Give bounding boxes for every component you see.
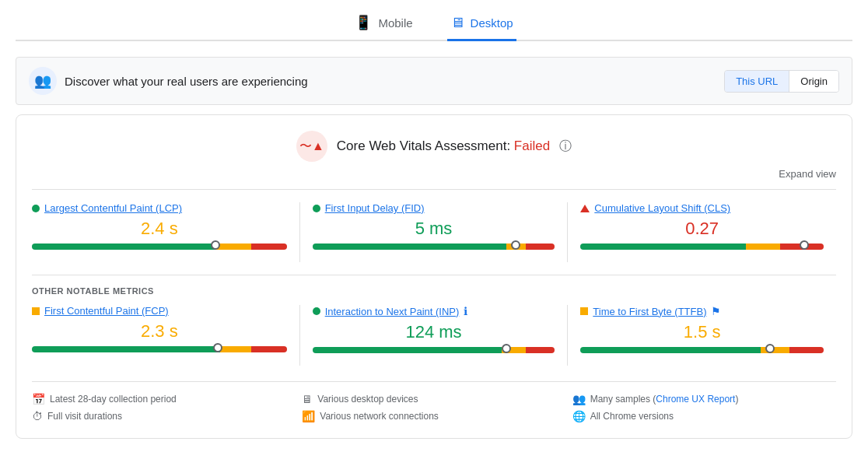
fcp-square-icon — [32, 307, 40, 315]
assessment-header: 〜▲ Core Web Vitals Assessment: Failed ⓘ — [32, 131, 836, 162]
footer-info: 📅 Latest 28-day collection period ⏱ Full… — [32, 381, 836, 422]
visit-durations-text: Full visit durations — [47, 411, 122, 422]
ttfb-flag-icon[interactable]: ⚑ — [711, 305, 721, 317]
origin-button[interactable]: Origin — [789, 71, 838, 92]
footer-col-1: 📅 Latest 28-day collection period ⏱ Full… — [32, 393, 296, 422]
fid-value: 5 ms — [313, 219, 555, 239]
ttfb-marker — [765, 344, 775, 353]
metric-ttfb: Time to First Byte (TTFB) ⚑ 1.5 s — [568, 305, 836, 366]
lcp-value: 2.4 s — [32, 219, 287, 239]
collection-period-text: Latest 28-day collection period — [50, 394, 177, 405]
metric-cls-label: Cumulative Layout Shift (CLS) — [580, 202, 824, 214]
cls-triangle-icon — [580, 205, 590, 212]
metric-fcp-label: First Contentful Paint (FCP) — [32, 305, 287, 317]
desktop-icon: 🖥 — [450, 15, 464, 31]
fcp-link[interactable]: First Contentful Paint (FCP) — [44, 305, 169, 317]
chrome-ux-report-link[interactable]: Chrome UX Report — [656, 394, 735, 405]
inp-dot-icon — [313, 307, 320, 315]
cls-link[interactable]: Cumulative Layout Shift (CLS) — [594, 202, 730, 214]
metric-fid-label: First Input Delay (FID) — [313, 202, 555, 214]
header-buttons: This URL Origin — [724, 70, 839, 93]
fcp-value: 2.3 s — [32, 321, 287, 342]
chrome-ux-text: Many samples (Chrome UX Report) — [590, 394, 739, 405]
metric-inp-label: Interaction to Next Paint (INP) ℹ — [313, 305, 555, 317]
footer-chrome-versions: 🌐 All Chrome versions — [572, 410, 836, 422]
cls-bar — [580, 244, 824, 250]
ttfb-link[interactable]: Time to First Byte (TTFB) — [593, 306, 706, 317]
footer-network-connections: 📶 Various network connections — [302, 410, 565, 422]
assessment-title-prefix: Core Web Vitals Assessment: — [337, 138, 510, 153]
desktop-devices-text: Various desktop devices — [317, 394, 418, 405]
expand-view[interactable]: Expand view — [32, 168, 836, 180]
lcp-link[interactable]: Largest Contentful Paint (LCP) — [44, 202, 182, 214]
metric-cls: Cumulative Layout Shift (CLS) 0.27 — [568, 202, 836, 262]
calendar-icon: 📅 — [32, 393, 45, 405]
lcp-marker — [211, 240, 220, 250]
assessment-failed-icon: 〜▲ — [296, 131, 327, 162]
network-connections-text: Various network connections — [320, 411, 439, 422]
metric-ttfb-label: Time to First Byte (TTFB) ⚑ — [580, 305, 824, 317]
header-title: Discover what your real users are experi… — [65, 75, 308, 88]
core-metrics-grid: Largest Contentful Paint (LCP) 2.4 s Fir… — [32, 189, 836, 262]
metric-lcp: Largest Contentful Paint (LCP) 2.4 s — [32, 202, 300, 262]
cls-marker — [800, 240, 809, 250]
inp-link[interactable]: Interaction to Next Paint (INP) — [325, 306, 460, 317]
header-left: 👥 Discover what your real users are expe… — [29, 67, 308, 95]
ttfb-bar — [580, 347, 824, 353]
tab-desktop[interactable]: 🖥 Desktop — [447, 8, 516, 41]
assessment-status: Failed — [514, 138, 550, 153]
metric-fid: First Input Delay (FID) 5 ms — [300, 202, 569, 262]
mobile-icon: 📱 — [355, 14, 372, 31]
chrome-versions-text: All Chrome versions — [590, 411, 674, 422]
fcp-marker — [213, 343, 222, 352]
metric-fcp: First Contentful Paint (FCP) 2.3 s — [32, 305, 300, 366]
inp-bar — [313, 347, 555, 353]
tab-mobile[interactable]: 📱 Mobile — [352, 8, 415, 41]
tabs-container: 📱 Mobile 🖥 Desktop — [16, 8, 852, 41]
users-icon: 👥 — [29, 67, 57, 95]
cls-value: 0.27 — [580, 219, 824, 239]
footer-chrome-ux: 👥 Many samples (Chrome UX Report) — [572, 393, 836, 405]
fid-bar — [313, 244, 555, 250]
footer-collection-period: 📅 Latest 28-day collection period — [32, 393, 296, 405]
wifi-icon: 📶 — [302, 410, 315, 422]
footer-col-3: 👥 Many samples (Chrome UX Report) 🌐 All … — [572, 393, 836, 422]
globe-icon: 🌐 — [572, 410, 586, 422]
help-icon[interactable]: ⓘ — [559, 138, 572, 155]
this-url-button[interactable]: This URL — [725, 71, 789, 92]
people-icon: 👥 — [572, 393, 586, 405]
other-metrics-label: OTHER NOTABLE METRICS — [32, 275, 836, 296]
other-metrics-grid: First Contentful Paint (FCP) 2.3 s Inter… — [32, 305, 836, 366]
tab-desktop-label: Desktop — [471, 16, 513, 30]
inp-marker — [502, 344, 511, 353]
fid-dot-icon — [313, 205, 320, 212]
main-card: 〜▲ Core Web Vitals Assessment: Failed ⓘ … — [16, 114, 852, 439]
monitor-icon: 🖥 — [302, 393, 313, 405]
lcp-bar — [32, 244, 287, 250]
inp-value: 124 ms — [313, 322, 555, 342]
timer-icon: ⏱ — [32, 410, 43, 422]
ttfb-value: 1.5 s — [580, 322, 824, 342]
assessment-title: Core Web Vitals Assessment: Failed — [337, 138, 550, 154]
header-bar: 👥 Discover what your real users are expe… — [16, 57, 852, 105]
inp-info-icon[interactable]: ℹ — [464, 305, 467, 317]
metric-inp: Interaction to Next Paint (INP) ℹ 124 ms — [300, 305, 569, 366]
fid-marker — [511, 240, 520, 250]
tab-mobile-label: Mobile — [378, 16, 412, 30]
footer-visit-durations: ⏱ Full visit durations — [32, 410, 296, 422]
ttfb-square-icon — [580, 307, 588, 315]
metric-lcp-label: Largest Contentful Paint (LCP) — [32, 202, 287, 214]
footer-col-2: 🖥 Various desktop devices 📶 Various netw… — [302, 393, 565, 422]
fcp-bar — [32, 346, 287, 352]
lcp-dot-icon — [32, 205, 40, 212]
fid-link[interactable]: First Input Delay (FID) — [325, 202, 425, 214]
footer-desktop-devices: 🖥 Various desktop devices — [302, 393, 565, 405]
